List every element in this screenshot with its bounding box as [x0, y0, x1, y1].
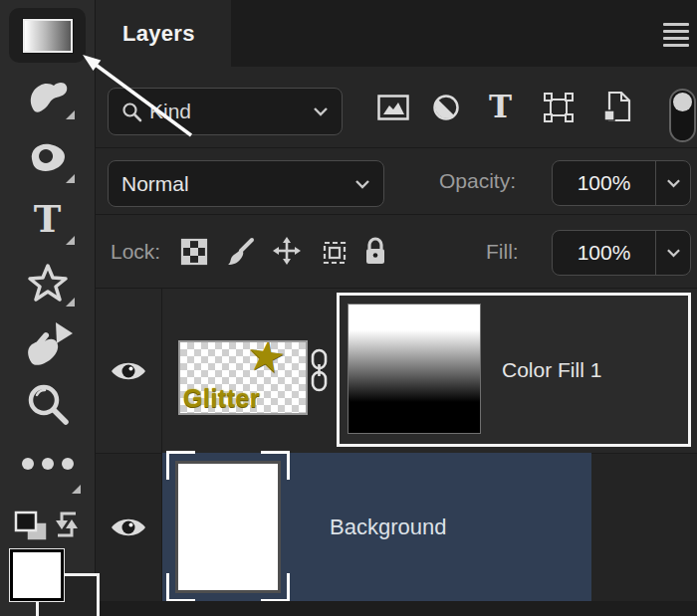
zoom-tool-icon: [25, 381, 71, 427]
dodge-tool-button[interactable]: [0, 139, 95, 175]
move-icon: [273, 237, 301, 265]
layer-row-color-fill[interactable]: ★ Glitter Color Fill 1: [96, 289, 697, 454]
type-flyout-triangle-icon: [66, 236, 75, 245]
type-tool-button[interactable]: T: [0, 201, 95, 238]
opacity-label: Opacity:: [439, 148, 516, 214]
filter-shape-layers-button[interactable]: [543, 92, 575, 127]
eye-icon: [110, 514, 147, 540]
swap-colors-icon: [52, 509, 82, 540]
type-tool-icon: T: [34, 201, 62, 238]
gradient-mask-thumbnail[interactable]: [348, 304, 481, 434]
fill-value: 100%: [553, 231, 655, 275]
filter-adjustment-layers-button[interactable]: [432, 94, 460, 125]
brush-icon: [225, 236, 255, 267]
dodge-flyout-triangle-icon: [66, 174, 75, 183]
smudge-tool-icon: [25, 76, 71, 115]
photoshop-layers-ui: T: [0, 0, 697, 616]
lock-image-pixels-button[interactable]: [225, 236, 255, 271]
chevron-down-icon: [666, 178, 681, 188]
lock-position-button[interactable]: [273, 237, 301, 269]
panel-menu-icon[interactable]: [663, 23, 689, 47]
blend-mode-value: Normal: [121, 172, 189, 196]
smudge-flyout-triangle-icon: [66, 110, 75, 119]
zoom-tool-button[interactable]: [0, 381, 95, 427]
adjustment-layers-icon: [432, 94, 460, 121]
custom-shape-tool-icon: [25, 262, 71, 304]
layer-visibility-toggle[interactable]: [96, 289, 162, 453]
opacity-value-box[interactable]: 100%: [552, 160, 691, 206]
filter-pixel-layers-button[interactable]: [377, 94, 409, 125]
layer-row-background[interactable]: Background: [96, 453, 697, 601]
chevron-down-icon: [666, 248, 681, 258]
search-icon: [121, 102, 142, 122]
fill-label: Fill:: [486, 215, 519, 288]
tab-layers-label: Layers: [122, 21, 195, 47]
lock-all-button[interactable]: [362, 235, 388, 271]
smudge-tool-button[interactable]: [0, 76, 95, 115]
background-layer-thumbnail[interactable]: [175, 461, 281, 593]
layers-panel: Layers Kind: [96, 0, 697, 616]
padlock-icon: [362, 235, 388, 267]
eye-icon: [110, 358, 147, 384]
glitter-thumbnail-text: Glitter: [183, 384, 260, 413]
ellipsis-icon: [19, 453, 77, 475]
swap-colors-button[interactable]: [52, 509, 82, 544]
tab-layers[interactable]: Layers: [96, 0, 231, 67]
rotate-view-tool-button[interactable]: [0, 320, 95, 366]
smart-objects-icon: [602, 91, 632, 122]
artboard-icon: [319, 238, 350, 268]
layer-thumbnail-glitter[interactable]: ★ Glitter: [178, 340, 308, 415]
filter-smart-objects-button[interactable]: [602, 91, 632, 126]
lock-label: Lock:: [111, 215, 160, 288]
filter-bar: Kind T: [96, 67, 697, 148]
layer-name: Background: [330, 453, 446, 601]
blend-mode-dropdown[interactable]: Normal: [108, 160, 384, 207]
pixel-layers-icon: [377, 94, 409, 121]
dodge-tool-icon: [26, 139, 70, 175]
lock-transparent-pixels-button[interactable]: [180, 238, 208, 270]
layer-name: Color Fill 1: [502, 296, 601, 444]
panel-tab-bar: Layers: [96, 0, 697, 67]
list-bottom-strip: [96, 601, 697, 616]
opacity-dropdown-button[interactable]: [656, 161, 690, 205]
filter-kind-label: Kind: [149, 100, 191, 123]
gradient-tool-icon: [23, 19, 73, 53]
gradient-tool-button[interactable]: [9, 8, 86, 63]
lock-artboard-autonest-button[interactable]: [319, 238, 350, 272]
custom-shape-tool-button[interactable]: [0, 262, 95, 304]
fill-dropdown-button[interactable]: [656, 231, 690, 275]
filter-type-layers-button[interactable]: T: [489, 92, 512, 122]
blend-bar: Normal Opacity: 100%: [96, 148, 697, 215]
filter-toggle-knob: [673, 93, 692, 111]
lock-transparency-icon: [180, 238, 208, 266]
foreground-color-swatch[interactable]: [10, 549, 64, 601]
selected-mask-highlight[interactable]: Color Fill 1: [337, 293, 691, 447]
fill-value-box[interactable]: 100%: [552, 230, 691, 276]
filter-toggle-switch[interactable]: [669, 89, 696, 142]
opacity-value: 100%: [553, 161, 655, 205]
rotate-view-tool-icon: [22, 320, 74, 366]
edit-toolbar-flyout-triangle-icon: [72, 485, 81, 494]
layer-visibility-toggle[interactable]: [96, 453, 162, 601]
glitter-star: ★: [243, 340, 289, 383]
default-colors-icon: [12, 510, 52, 543]
shape-layers-icon: [543, 92, 575, 123]
default-colors-button[interactable]: [12, 510, 52, 547]
chevron-down-icon: [313, 106, 329, 116]
shape-flyout-triangle-icon: [66, 298, 75, 307]
type-layers-icon: T: [489, 89, 512, 124]
edit-toolbar-button[interactable]: [0, 453, 95, 475]
filter-kind-dropdown[interactable]: Kind: [108, 88, 343, 135]
tools-toolbar: T: [0, 0, 96, 616]
chevron-down-icon: [354, 179, 370, 189]
layer-mask-link-icon[interactable]: [308, 348, 332, 396]
lock-bar: Lock:: [96, 215, 697, 289]
layers-list: ★ Glitter Color Fill 1: [96, 289, 697, 616]
